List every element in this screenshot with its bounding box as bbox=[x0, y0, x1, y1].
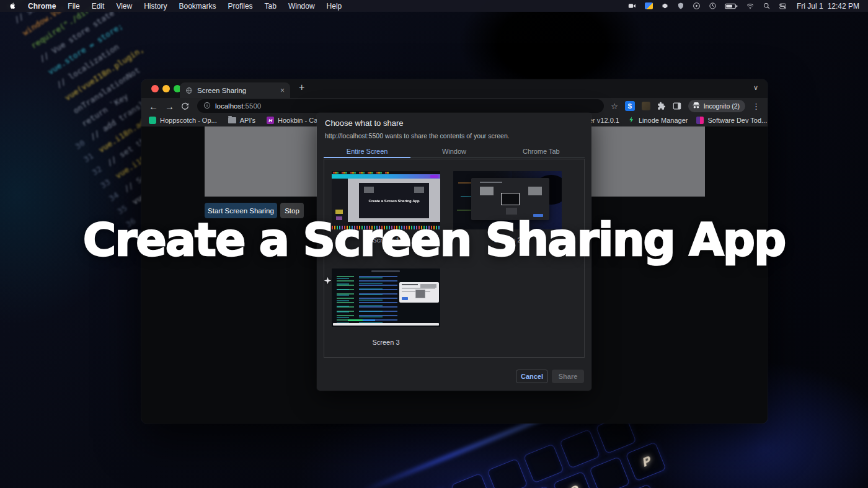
bookmark-apis-folder[interactable]: API's bbox=[228, 117, 255, 124]
new-tab-button[interactable]: + bbox=[299, 82, 304, 93]
screen-3-thumbnail[interactable] bbox=[332, 268, 440, 327]
incognito-icon bbox=[692, 101, 701, 111]
bookmark-clipped[interactable]: er v12.0.1 bbox=[589, 117, 619, 124]
globe-icon bbox=[185, 87, 193, 94]
dialog-subtitle: http://localhost:5500 wants to share the… bbox=[325, 132, 510, 140]
extensions-puzzle-icon[interactable] bbox=[657, 102, 666, 110]
address-bar[interactable]: localhost:5500 bbox=[197, 99, 604, 113]
back-button[interactable]: ← bbox=[149, 102, 158, 111]
menu-item-bookmarks[interactable]: Bookmarks bbox=[179, 2, 216, 11]
url-port: :5500 bbox=[243, 102, 261, 110]
tab-search-chevron-icon[interactable]: ∨ bbox=[753, 84, 758, 92]
bookmark-linode[interactable]: Linode Manager bbox=[628, 116, 688, 125]
browser-toolbar: ← → localhost:5500 ☆ S Incognito (2) ⋮ bbox=[141, 98, 768, 114]
wifi-icon[interactable] bbox=[746, 2, 755, 10]
tab-chrome-tab[interactable]: Chrome Tab bbox=[498, 145, 585, 157]
menu-item-profiles[interactable]: Profiles bbox=[228, 2, 253, 11]
menu-bar-clock[interactable]: Fri Jul 112:42 PM bbox=[797, 2, 859, 11]
site-info-icon[interactable] bbox=[203, 102, 211, 110]
extension-s-badge[interactable]: S bbox=[625, 101, 635, 111]
key-o: O bbox=[566, 482, 580, 488]
video-camera-icon[interactable] bbox=[627, 2, 637, 10]
menu-item-chrome[interactable]: Chrome bbox=[28, 2, 56, 11]
tab-window[interactable]: Window bbox=[410, 145, 497, 157]
screen-capture-icon[interactable] bbox=[645, 2, 653, 9]
key-p: P bbox=[639, 454, 652, 470]
minimize-window-button[interactable] bbox=[162, 85, 170, 92]
menu-item-file[interactable]: File bbox=[68, 2, 79, 11]
spotlight-search-icon[interactable] bbox=[763, 2, 771, 10]
bookmark-software-dev[interactable]: Software Dev Tod... bbox=[696, 117, 767, 124]
active-tab-underline bbox=[324, 157, 410, 158]
extension-dimmed-icon[interactable] bbox=[642, 102, 650, 110]
tab-entire-screen[interactable]: Entire Screen bbox=[324, 145, 410, 157]
close-window-button[interactable] bbox=[151, 85, 159, 92]
shield-icon[interactable] bbox=[677, 2, 684, 10]
battery-icon[interactable] bbox=[725, 2, 738, 10]
tab-title: Screen Sharing bbox=[197, 87, 276, 94]
url-host: localhost bbox=[215, 102, 243, 110]
linode-icon bbox=[628, 116, 635, 125]
hookbin-icon: H bbox=[267, 117, 274, 124]
screen-3-label: Screen 3 bbox=[332, 339, 440, 346]
bookmark-hoppscotch[interactable]: Hoppscotch - Op... bbox=[149, 117, 217, 124]
software-dev-icon bbox=[696, 117, 704, 124]
macos-menu-bar: Chrome File Edit View History Bookmarks … bbox=[0, 0, 868, 12]
time-machine-icon[interactable] bbox=[709, 2, 717, 10]
menu-item-help[interactable]: Help bbox=[327, 2, 342, 11]
date-label: Fri Jul 1 bbox=[797, 2, 823, 11]
time-label: 12:42 PM bbox=[828, 2, 859, 11]
menu-item-edit[interactable]: Edit bbox=[92, 2, 105, 11]
forward-button[interactable]: → bbox=[165, 102, 174, 111]
mouse-cursor-icon bbox=[324, 277, 332, 285]
folder-icon bbox=[228, 117, 236, 123]
dialog-title: Choose what to share bbox=[325, 118, 403, 128]
apple-menu-icon[interactable] bbox=[9, 2, 16, 11]
settings-gear-icon[interactable] bbox=[661, 2, 669, 10]
thumb-caption: Create a Screen Sharing App bbox=[368, 198, 419, 202]
menu-item-history[interactable]: History bbox=[144, 2, 167, 11]
side-panel-icon[interactable] bbox=[673, 102, 681, 110]
bookmark-star-icon[interactable]: ☆ bbox=[611, 102, 618, 111]
overlay-title: Create a Screen Sharing App bbox=[0, 213, 868, 266]
share-button[interactable]: Share bbox=[552, 370, 584, 383]
incognito-badge[interactable]: Incognito (2) bbox=[688, 100, 745, 112]
incognito-label: Incognito (2) bbox=[704, 102, 740, 110]
menu-item-window[interactable]: Window bbox=[288, 2, 315, 11]
control-center-icon[interactable] bbox=[779, 2, 787, 10]
cancel-button[interactable]: Cancel bbox=[516, 370, 548, 383]
tab-screen-sharing[interactable]: Screen Sharing × bbox=[180, 82, 290, 98]
menu-item-view[interactable]: View bbox=[116, 2, 132, 11]
menu-item-tab[interactable]: Tab bbox=[265, 2, 277, 11]
reload-button[interactable] bbox=[181, 102, 189, 110]
dialog-tabs: Entire Screen Window Chrome Tab bbox=[324, 145, 585, 158]
close-tab-icon[interactable]: × bbox=[280, 86, 285, 95]
hoppscotch-icon bbox=[149, 117, 156, 124]
browser-menu-icon[interactable]: ⋮ bbox=[752, 102, 760, 111]
play-circle-icon[interactable] bbox=[693, 2, 701, 10]
tab-strip: Screen Sharing × + ∨ bbox=[141, 79, 768, 98]
